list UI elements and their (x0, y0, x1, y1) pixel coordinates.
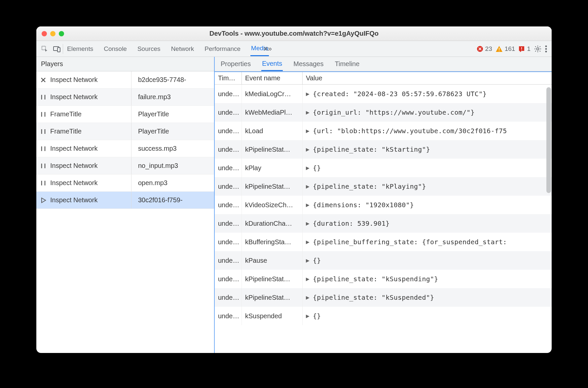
player-state-icon (36, 128, 50, 135)
event-row[interactable]: unde…kSuspended▶{} (215, 307, 552, 325)
svg-point-12 (545, 51, 547, 52)
window-title: DevTools - www.youtube.com/watch?v=e1gAy… (36, 30, 552, 37)
disclosure-triangle-icon[interactable]: ▶ (306, 147, 310, 152)
col-event-header[interactable]: Event name (242, 72, 303, 84)
player-state-icon (36, 163, 50, 169)
tab-performance[interactable]: Performance (204, 42, 241, 56)
details-panel: PropertiesEventsMessagesTimeline Tim… Ev… (215, 57, 552, 353)
player-frame-title: Inspect Network (50, 140, 131, 157)
player-row[interactable]: FrameTitlePlayerTitle (36, 123, 214, 140)
event-row[interactable]: unde…kPause▶{} (215, 251, 552, 270)
player-row[interactable]: FrameTitlePlayerTitle (36, 106, 214, 123)
titlebar: DevTools - www.youtube.com/watch?v=e1gAy… (36, 26, 552, 41)
svg-rect-5 (499, 51, 499, 51)
event-value: ▶{pipeline_state: "kSuspending"} (303, 270, 552, 288)
event-row[interactable]: unde…kPipelineStat…▶{pipeline_state: "kS… (215, 270, 552, 288)
player-title: success.mp3 (131, 145, 214, 152)
disclosure-triangle-icon[interactable]: ▶ (306, 313, 310, 319)
disclosure-triangle-icon[interactable]: ▶ (306, 91, 310, 97)
disclosure-triangle-icon[interactable]: ▶ (306, 165, 310, 171)
details-tab-messages[interactable]: Messages (293, 58, 324, 70)
event-row[interactable]: unde…kBufferingSta…▶{pipeline_buffering_… (215, 233, 552, 251)
disclosure-triangle-icon[interactable]: ▶ (306, 110, 310, 115)
disclosure-triangle-icon[interactable]: ▶ (306, 184, 310, 189)
player-title: open.mp3 (131, 179, 214, 187)
event-name: kMediaLogCr… (242, 85, 303, 103)
player-state-icon (36, 94, 50, 100)
disclosure-triangle-icon[interactable]: ▶ (306, 276, 310, 282)
event-value: ▶{dimensions: "1920x1080"} (303, 196, 552, 214)
event-row[interactable]: unde…kPipelineStat…▶{pipeline_state: "kP… (215, 177, 552, 196)
player-row[interactable]: Inspect Network30c2f016-f759- (36, 192, 214, 209)
disclosure-triangle-icon[interactable]: ▶ (306, 258, 310, 263)
event-timestamp: unde… (215, 140, 242, 159)
svg-point-11 (545, 48, 547, 50)
player-row[interactable]: Inspect Networkopen.mp3 (36, 175, 214, 192)
event-name: kBufferingSta… (242, 233, 303, 251)
details-tab-properties[interactable]: Properties (220, 58, 251, 70)
event-name: kLoad (242, 122, 303, 140)
inspect-element-icon[interactable] (41, 45, 48, 53)
error-count[interactable]: 23 (477, 45, 492, 53)
kebab-menu-icon[interactable] (545, 45, 547, 53)
event-value: ▶{pipeline_state: "kStarting"} (303, 140, 552, 159)
event-timestamp: unde… (215, 214, 242, 233)
event-name: kSuspended (242, 307, 303, 325)
event-row[interactable]: unde…kPipelineStat…▶{pipeline_state: "kS… (215, 140, 552, 159)
player-frame-title: Inspect Network (50, 157, 131, 174)
content-area: Players Inspect Networkb2dce935-7748-Ins… (36, 57, 552, 353)
event-name: kPipelineStat… (242, 177, 303, 196)
players-panel: Players Inspect Networkb2dce935-7748-Ins… (36, 57, 215, 353)
event-row[interactable]: unde…kPipelineStat…▶{pipeline_state: "kS… (215, 288, 552, 307)
col-timestamp-header[interactable]: Tim… (215, 72, 242, 84)
disclosure-triangle-icon[interactable]: ▶ (306, 128, 310, 134)
scrollbar-thumb[interactable] (546, 87, 551, 193)
player-title: b2dce935-7748- (131, 76, 214, 84)
details-tab-events[interactable]: Events (261, 57, 283, 71)
event-timestamp: unde… (215, 122, 242, 140)
event-row[interactable]: unde…kPlay▶{} (215, 159, 552, 177)
details-tabs: PropertiesEventsMessagesTimeline (215, 57, 552, 71)
event-value: ▶{pipeline_state: "kSuspended"} (303, 288, 552, 307)
player-row[interactable]: Inspect Networksuccess.mp3 (36, 140, 214, 157)
event-row[interactable]: unde…kDurationCha…▶{duration: 539.901} (215, 214, 552, 233)
event-value: ▶{origin_url: "https://www.youtube.com/"… (303, 103, 552, 122)
event-name: kVideoSizeCh… (242, 196, 303, 214)
svg-rect-2 (57, 48, 60, 52)
col-value-header[interactable]: Value (303, 72, 552, 84)
warning-count[interactable]: 161 (496, 45, 515, 53)
svg-rect-7 (521, 47, 522, 49)
svg-point-10 (545, 45, 547, 47)
tab-console[interactable]: Console (103, 42, 128, 56)
disclosure-triangle-icon[interactable]: ▶ (306, 295, 310, 300)
settings-icon[interactable] (534, 45, 542, 53)
event-timestamp: unde… (215, 270, 242, 288)
event-row[interactable]: unde…kMediaLogCr…▶{created: "2024-08-23 … (215, 85, 552, 103)
issues-count[interactable]: 1 (518, 45, 531, 53)
event-timestamp: unde… (215, 196, 242, 214)
player-title: no_input.mp3 (131, 162, 214, 170)
player-frame-title: FrameTitle (50, 106, 131, 123)
devtools-window: DevTools - www.youtube.com/watch?v=e1gAy… (36, 26, 552, 353)
event-name: kPlay (242, 159, 303, 177)
device-toolbar-icon[interactable] (53, 45, 61, 53)
tab-network[interactable]: Network (170, 42, 195, 56)
event-row[interactable]: unde…kLoad▶{url: "blob:https://www.youtu… (215, 122, 552, 140)
event-row[interactable]: unde…kWebMediaPl…▶{origin_url: "https://… (215, 103, 552, 122)
tab-sources[interactable]: Sources (137, 42, 161, 56)
disclosure-triangle-icon[interactable]: ▶ (306, 221, 310, 226)
events-table-header: Tim… Event name Value (215, 71, 552, 85)
disclosure-triangle-icon[interactable]: ▶ (306, 202, 310, 208)
players-list: Inspect Networkb2dce935-7748-Inspect Net… (36, 71, 214, 353)
player-frame-title: Inspect Network (50, 192, 131, 209)
player-row[interactable]: Inspect Networkfailure.mp3 (36, 89, 214, 106)
more-tabs-icon[interactable]: » (268, 45, 272, 53)
details-tab-timeline[interactable]: Timeline (334, 58, 360, 70)
player-row[interactable]: Inspect Networkno_input.mp3 (36, 157, 214, 175)
tab-elements[interactable]: Elements (66, 42, 94, 56)
svg-rect-4 (499, 48, 499, 50)
event-timestamp: unde… (215, 307, 242, 325)
disclosure-triangle-icon[interactable]: ▶ (306, 239, 310, 245)
event-row[interactable]: unde…kVideoSizeCh…▶{dimensions: "1920x10… (215, 196, 552, 214)
player-row[interactable]: Inspect Networkb2dce935-7748- (36, 71, 214, 89)
